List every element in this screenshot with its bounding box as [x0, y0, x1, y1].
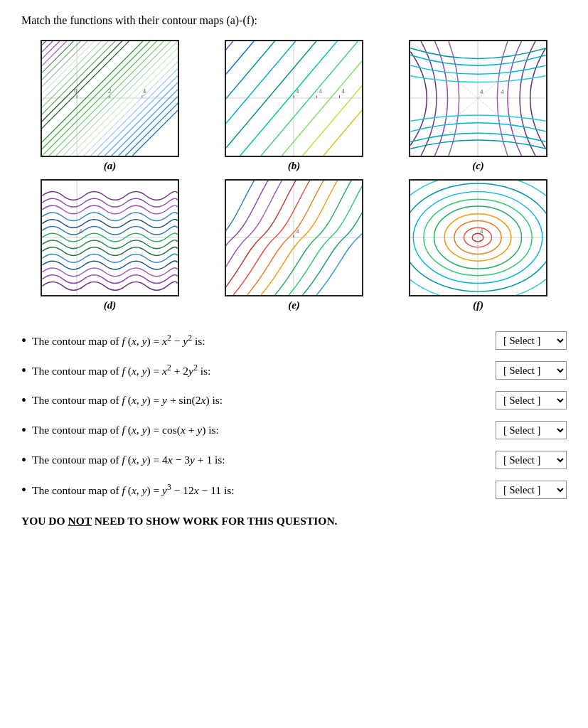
bullet-3: • — [21, 393, 26, 407]
svg-line-32 — [125, 41, 178, 156]
svg-text:4: 4 — [296, 87, 299, 95]
questions-section: • The contour map of f (x, y) = x2 − y2 … — [21, 331, 567, 499]
svg-line-22 — [56, 41, 178, 156]
graph-box-a: 4 2 0 — [41, 40, 179, 157]
svg-line-47 — [303, 41, 362, 156]
select-q1[interactable]: [ Select ] (a) (b) (c) (d) (e) (f) — [496, 331, 567, 350]
question-text-2: The contour map of f (x, y) = x2 + 2y2 i… — [32, 363, 491, 378]
graph-label-b: (b) — [288, 160, 301, 172]
select-q4[interactable]: [ Select ] (a) (b) (c) (d) (e) (f) — [496, 421, 567, 439]
graph-label-d: (d) — [104, 299, 117, 311]
svg-point-79 — [410, 181, 546, 295]
svg-text:4: 4 — [501, 88, 504, 95]
question-row-2: • The contour map of f (x, y) = x2 + 2y2… — [21, 361, 567, 380]
svg-line-28 — [97, 41, 178, 156]
footer-text-part1: YOU DO — [21, 515, 68, 527]
svg-text:4: 4 — [319, 87, 322, 95]
select-wrapper-5[interactable]: [ Select ] (a) (b) (c) (d) (e) (f) — [496, 451, 567, 469]
svg-line-49 — [226, 41, 292, 156]
footer-text-underline: NOT — [68, 515, 91, 527]
graph-label-a: (a) — [104, 160, 117, 172]
graph-label-e: (e) — [288, 299, 300, 311]
select-q3[interactable]: [ Select ] (a) (b) (c) (d) (e) (f) — [496, 391, 567, 410]
bullet-4: • — [21, 423, 26, 437]
bullet-2: • — [21, 363, 26, 378]
graph-label-f: (f) — [473, 299, 483, 311]
svg-line-6 — [42, 41, 164, 156]
select-q5[interactable]: [ Select ] (a) (b) (c) (d) (e) (f) — [496, 451, 567, 469]
footer-text-part2: NEED TO SHOW WORK FOR THIS QUESTION. — [92, 515, 338, 527]
graph-box-e: 4 — [225, 179, 363, 296]
select-q6[interactable]: [ Select ] (a) (b) (c) (d) (e) (f) — [496, 481, 567, 499]
svg-line-48 — [324, 41, 362, 156]
svg-line-45 — [261, 41, 362, 156]
graph-label-c: (c) — [472, 160, 484, 172]
svg-line-14 — [42, 41, 115, 149]
question-row-6: • The contour map of f (x, y) = y3 − 12x… — [21, 481, 567, 499]
question-row-5: • The contour map of f (x, y) = 4x − 3y … — [21, 451, 567, 469]
svg-text:2: 2 — [108, 87, 111, 95]
select-wrapper-3[interactable]: [ Select ] (a) (b) (c) (d) (e) (f) — [496, 391, 567, 410]
svg-line-46 — [282, 41, 362, 156]
bullet-5: • — [21, 453, 26, 467]
svg-text:0: 0 — [74, 87, 77, 95]
graph-box-b: 4 4 4 — [225, 40, 363, 157]
question-text-1: The contour map of f (x, y) = x2 − y2 is… — [32, 333, 491, 348]
question-text-3: The contour map of f (x, y) = y + sin(2x… — [32, 394, 491, 407]
footer-note: YOU DO NOT NEED TO SHOW WORK FOR THIS QU… — [21, 515, 567, 528]
question-text-4: The contour map of f (x, y) = cos(x + y)… — [32, 424, 491, 437]
select-wrapper-2[interactable]: [ Select ] (a) (b) (c) (d) (e) (f) — [496, 361, 567, 380]
question-row-1: • The contour map of f (x, y) = x2 − y2 … — [21, 331, 567, 350]
graph-box-c: 4 4 — [409, 40, 547, 157]
question-text-5: The contour map of f (x, y) = 4x − 3y + … — [32, 454, 491, 466]
graph-cell-c: 4 4 — [390, 40, 567, 172]
graph-cell-e: 4 (e) — [205, 179, 383, 311]
select-wrapper-6[interactable]: [ Select ] (a) (b) (c) (d) (e) (f) — [496, 481, 567, 499]
select-q2[interactable]: [ Select ] (a) (b) (c) (d) (e) (f) — [496, 361, 567, 380]
bullet-6: • — [21, 483, 26, 497]
graph-cell-f: 4 (f) — [390, 179, 567, 311]
page-title: Match the functions with their contour m… — [21, 14, 567, 27]
graph-cell-a: 4 2 0 (a) — [21, 40, 198, 172]
graph-cell-b: 4 4 4 (b) — [205, 40, 383, 172]
svg-line-50 — [226, 41, 272, 156]
graphs-grid: 4 2 0 (a) — [21, 40, 567, 311]
svg-text:4: 4 — [143, 87, 146, 95]
graph-cell-d: 4 ( — [21, 179, 198, 311]
question-row-3: • The contour map of f (x, y) = y + sin(… — [21, 391, 567, 410]
svg-line-23 — [63, 41, 178, 156]
bullet-1: • — [21, 333, 26, 348]
svg-text:4: 4 — [341, 87, 345, 95]
svg-text:4: 4 — [480, 88, 483, 95]
graph-box-d: 4 — [41, 179, 179, 296]
question-text-6: The contour map of f (x, y) = y3 − 12x −… — [32, 483, 491, 497]
question-row-4: • The contour map of f (x, y) = cos(x + … — [21, 421, 567, 439]
select-wrapper-1[interactable]: [ Select ] (a) (b) (c) (d) (e) (f) — [496, 331, 567, 350]
graph-box-f: 4 — [409, 179, 547, 296]
select-wrapper-4[interactable]: [ Select ] (a) (b) (c) (d) (e) (f) — [496, 421, 567, 439]
